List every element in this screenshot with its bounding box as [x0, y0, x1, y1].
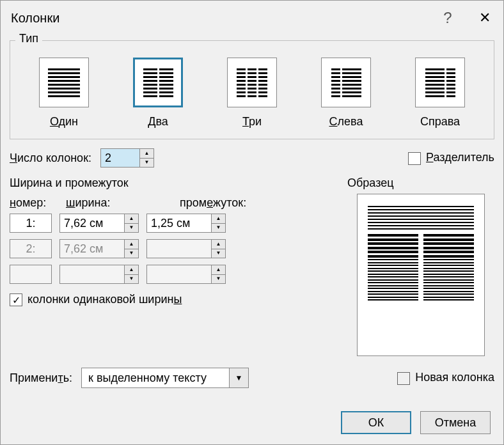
- width-spinner: ▲▼: [59, 265, 139, 284]
- cancel-button[interactable]: Отмена: [420, 411, 491, 434]
- width-spinner: ▲▼: [59, 239, 139, 258]
- spin-down-icon[interactable]: ▼: [140, 159, 154, 168]
- type-left[interactable]: Слева: [311, 58, 381, 129]
- sample-label: Образец: [347, 176, 494, 190]
- titlebar: Колонки ? ✕: [1, 1, 503, 35]
- row-number: 2:: [10, 239, 52, 258]
- spin-up-icon[interactable]: ▲: [140, 149, 154, 159]
- type-one[interactable]: Один: [29, 58, 98, 129]
- gap-spinner: ▲▼: [146, 265, 226, 284]
- help-button[interactable]: ?: [429, 9, 466, 27]
- gap-spinner: ▲▼: [146, 239, 226, 258]
- type-group-label: Тип: [15, 32, 42, 45]
- gap-spinner[interactable]: ▲▼: [146, 214, 226, 233]
- row-number: 1:: [10, 214, 52, 233]
- close-button[interactable]: ✕: [466, 10, 503, 26]
- type-two[interactable]: Два: [123, 58, 193, 129]
- apply-select[interactable]: к выделенному тексту ▼: [81, 368, 249, 388]
- apply-label: Применить:: [10, 371, 72, 385]
- count-label: Число колонок:: [10, 152, 91, 165]
- width-gap-title: Ширина и промежуток: [10, 176, 336, 190]
- count-spinner[interactable]: ▲▼: [100, 148, 154, 168]
- dialog-title: Колонки: [11, 11, 59, 26]
- chevron-down-icon[interactable]: ▼: [229, 368, 248, 387]
- type-three[interactable]: Три: [217, 58, 287, 129]
- width-spinner[interactable]: ▲▼: [59, 214, 139, 233]
- columns-dialog: Колонки ? ✕ Тип Один: [0, 0, 504, 445]
- equal-width-checkbox[interactable]: ✓колонки одинаковой ширины: [10, 293, 336, 306]
- type-right[interactable]: Справа: [406, 58, 475, 129]
- row-number: [10, 265, 52, 284]
- ok-button[interactable]: ОК: [341, 411, 411, 434]
- count-input[interactable]: [101, 149, 139, 167]
- divider-checkbox[interactable]: Разделитель: [408, 151, 494, 164]
- type-group: Тип Один Два: [10, 40, 494, 139]
- new-column-checkbox: Новая колонка: [397, 371, 494, 384]
- preview-pane: [357, 194, 485, 356]
